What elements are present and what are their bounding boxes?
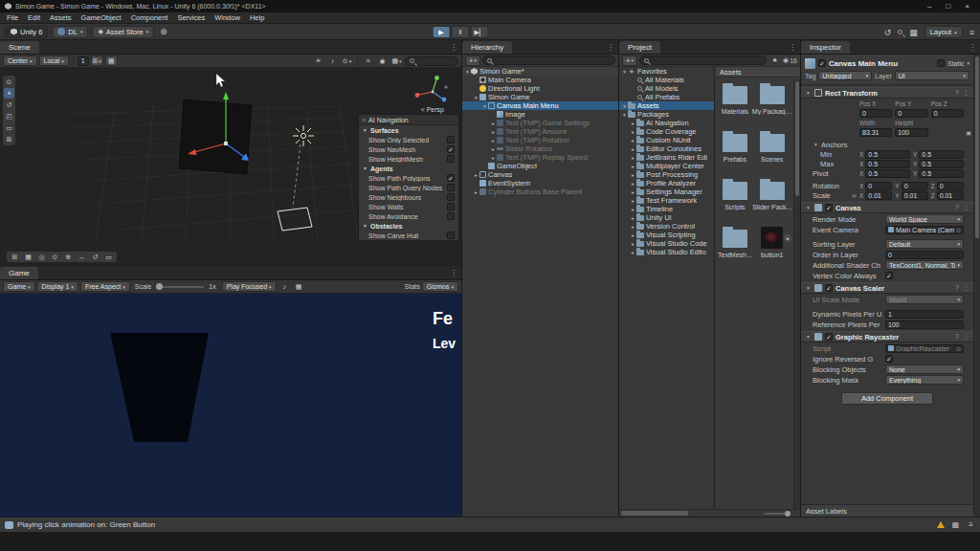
anchor-min-x-field[interactable]: 0.5 [865,150,910,159]
object-field[interactable]: Main Camera (Camera)⊙ [885,226,964,234]
tree-item[interactable]: ▸Text (TMP) Amount [462,127,618,136]
tree-item[interactable]: ▸Timeline [619,205,714,213]
tree-item[interactable]: Directional Light [462,84,618,93]
search-icon[interactable] [898,30,902,34]
expand-arrow-icon[interactable]: ▸ [630,215,636,221]
scale-link-icon[interactable]: ∞ [852,192,857,199]
tree-item[interactable]: ▸Version Control [619,222,714,231]
aspect-ratio-dropdown[interactable]: Free Aspect▾ [80,281,130,292]
nav-toggle-checkbox[interactable] [447,155,455,163]
tree-item[interactable]: ▸Code Coverage [619,127,714,136]
tree-item[interactable]: ▸Visual Scripting [619,231,714,239]
foldout-arrow-icon[interactable]: ▾ [805,285,812,291]
asset-folder[interactable]: Scripts [718,175,752,223]
component-header[interactable]: ▾ Rect Transform ? ⋮ [801,87,973,99]
active-checkbox[interactable]: ✓ [818,59,826,67]
width-field[interactable]: 83.31 [859,128,892,137]
foldout-arrow-icon[interactable]: ▾ [813,142,819,147]
expand-arrow-icon[interactable]: ▸ [473,189,479,195]
rotation-x-field[interactable]: 0 [865,182,892,190]
asset-store-button[interactable]: ◆ Asset Store ▾ [92,26,154,38]
nav-toggle-checkbox[interactable] [447,212,455,220]
icon-size-slider[interactable] [764,513,789,515]
grid-snap-icon[interactable]: ⊞▾ [91,55,103,66]
canvas-object-plane[interactable] [179,99,252,174]
orbit-icon[interactable]: ↺ [89,252,101,262]
zoom-icon[interactable]: ⊕ [62,252,75,262]
mute-audio-icon[interactable]: ♪ [278,281,291,292]
rotation-y-field[interactable]: 0 [902,182,928,190]
component-menu-icon[interactable]: ⋮ [963,89,969,97]
warning-icon[interactable] [937,521,945,528]
expand-arrow-icon[interactable]: ▸ [630,198,636,204]
expand-arrow-icon[interactable]: ▸ [630,232,636,238]
menu-assets[interactable]: Assets [45,13,77,22]
pivot-x-field[interactable]: 0.5 [865,169,910,178]
expand-arrow-icon[interactable]: ▸ [490,155,497,161]
asset-folder[interactable]: Prefabs [718,127,752,175]
unity-version-button[interactable]: Unity 6 [5,26,48,38]
expand-arrow-icon[interactable]: ▸ [630,164,636,169]
menu-edit[interactable]: Edit [23,13,45,22]
asset-image[interactable]: ▸button1 [752,223,792,271]
tree-item[interactable]: ▸Visual Studio Edito [619,248,714,256]
asset-folder[interactable]: Slider Pack... [752,175,792,223]
help-icon[interactable]: ? [955,284,959,292]
scene-visibility-icon[interactable]: ◉ [376,55,389,66]
create-object-button[interactable]: +▾ [465,55,480,66]
menu-icon[interactable]: ≡ [967,520,975,529]
expand-arrow-icon[interactable]: ▾ [621,103,628,109]
account-button[interactable]: DL ▾ [52,26,88,38]
asset-folder[interactable]: Scenes [752,127,792,175]
minimize-button[interactable]: – [927,2,931,11]
shaded-mode-icon[interactable]: ◎ [35,252,48,262]
scale-z-field[interactable]: 0.01 [937,191,964,200]
property-checkbox[interactable]: ✓ [885,355,893,363]
property-dropdown[interactable]: World▾ [885,295,964,304]
tree-item[interactable]: ▸Post Processing [619,170,714,179]
asset-folder[interactable]: TextMesh... [718,223,752,271]
frame-icon[interactable]: ▭ [102,252,115,262]
tab-project[interactable]: Project [619,41,660,54]
pos-y-field[interactable]: 0 [895,109,927,118]
play-button[interactable]: ▶ [433,26,451,38]
menu-help[interactable]: Help [245,13,269,22]
nav-toggle-checkbox[interactable]: ✓ [447,145,455,153]
rotate-tool-button[interactable]: ↺ [4,99,14,110]
component-header[interactable]: ▾✓Canvas Scaler?⋮ [801,282,973,294]
tool-orientation-dropdown[interactable]: Local▾ [39,55,69,66]
menu-services[interactable]: Services [172,13,210,22]
tab-inspector[interactable]: Inspector [801,41,850,54]
tree-item[interactable]: ▸Profile Analyzer [619,179,714,187]
tree-item[interactable]: ▸Unity UI [619,213,714,222]
anchor-min-y-field[interactable]: 0.5 [919,150,964,159]
drag-handle-icon[interactable]: ≡ [362,117,366,123]
layers-icon[interactable]: ▦ [907,28,920,37]
component-menu-icon[interactable]: ⋮ [963,284,969,292]
pane-menu-icon[interactable]: ⋮ [969,43,976,52]
favorites-star-icon[interactable]: ★ [768,55,781,66]
enabled-checkbox[interactable]: ✓ [825,333,833,341]
rect-tool-button[interactable]: ▭ [4,122,14,133]
nav-toggle-checkbox[interactable] [447,184,455,191]
property-dropdown[interactable]: World Space▾ [885,214,964,224]
pos-z-field[interactable]: 0 [931,109,964,118]
scene-lighting-icon[interactable]: ☀ [312,55,324,66]
hidden-packages-toggle[interactable]: ◉16 [783,56,797,64]
scale-x-field[interactable]: 0.01 [865,191,892,200]
property-field[interactable]: 1 [885,310,964,319]
tree-item[interactable]: ▸Editor Coroutines [619,144,714,153]
grid-size-field[interactable]: 1 [78,56,89,66]
display-dropdown[interactable]: Display 1▾ [37,281,78,292]
project-search-input[interactable] [639,55,767,65]
nav-section-header[interactable]: ▾Surfaces [359,125,458,135]
play-focused-dropdown[interactable]: Play Focused▾ [222,281,277,292]
tree-item[interactable]: ▸Canvas [462,170,618,179]
hierarchy-search-input[interactable] [482,55,615,65]
transform-tool-button[interactable]: ⊞ [4,134,14,144]
asset-labels-header[interactable]: Asset Labels [801,504,980,517]
expand-arrow-icon[interactable]: ▸ [630,155,636,161]
component-header[interactable]: ▾✓Canvas?⋮ [801,202,973,213]
scrollbar-thumb[interactable] [795,81,799,196]
static-dropdown-icon[interactable]: ▾ [967,60,969,66]
